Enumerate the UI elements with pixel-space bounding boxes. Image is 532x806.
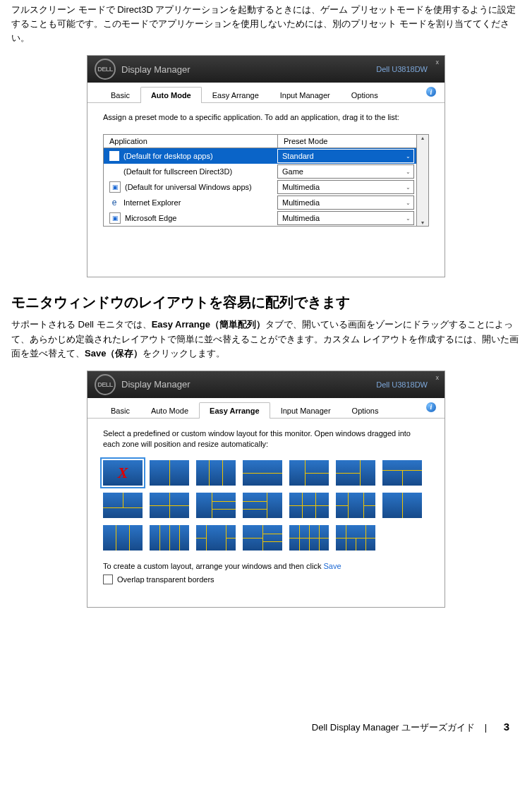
tab-basic[interactable]: Basic (100, 87, 140, 103)
tab-input-manager[interactable]: Input Manager (270, 402, 341, 419)
layout-2x3[interactable] (243, 525, 282, 551)
easyarrange-footnote: To create a custom layout, arrange your … (103, 562, 429, 570)
windows-app-icon: ▣ (109, 181, 121, 193)
layout-3col[interactable] (196, 460, 236, 486)
layout-2col[interactable] (150, 460, 189, 486)
overlap-label: Overlap transparent borders (117, 575, 214, 584)
p2-easy-arrange: Easy Arrange（簡単配列） (152, 319, 265, 330)
page-number: 3 (504, 721, 509, 733)
dell-logo-icon: DELL (95, 59, 116, 80)
automode-table: Application Preset Mode (Default for des… (103, 134, 417, 227)
preset-value: Multimedia (282, 214, 320, 222)
automode-intro: Assign a preset mode to a specific appli… (103, 113, 429, 121)
tab-options[interactable]: Options (341, 402, 389, 419)
layout-left-stack[interactable] (289, 460, 329, 486)
col-application: Application (104, 135, 278, 148)
layout-mixed[interactable] (336, 525, 375, 551)
layout-right-quad[interactable] (243, 493, 282, 518)
ie-icon: e (109, 198, 119, 207)
app-name: (Default for fullscreen Direct3D) (123, 167, 232, 176)
footnote-pre: To create a custom layout, arrange your … (103, 562, 321, 570)
save-link[interactable]: Save (323, 562, 341, 570)
layout-right-stack[interactable] (336, 460, 375, 486)
easyarrange-body: Select a predefined or custom window lay… (87, 419, 445, 607)
tab-options[interactable]: Options (341, 87, 389, 103)
intro-paragraph-2: サポートされる Dell モニタでは、Easy Arrange（簡単配列）タブで… (11, 318, 521, 360)
preset-value: Standard (282, 152, 314, 160)
chevron-down-icon: ⌄ (406, 153, 411, 160)
layout-grid: X (103, 460, 429, 551)
monitor-model: Dell U3818DW (376, 65, 428, 73)
preset-select[interactable]: Standard ⌄ (277, 149, 414, 163)
app-icon (109, 151, 119, 161)
app-name: (Default for desktop apps) (123, 152, 213, 160)
app-name: Internet Explorer (123, 198, 181, 207)
preset-select[interactable]: Game ⌄ (277, 164, 414, 179)
window-title: Display Manager (121, 379, 191, 390)
close-icon[interactable]: x (436, 374, 440, 381)
layout-none[interactable]: X (103, 460, 143, 486)
layout-3col-b[interactable] (103, 525, 143, 551)
p2-a: サポートされる Dell モニタでは、 (11, 319, 152, 330)
footer-sep: | (485, 722, 487, 733)
titlebar: DELL Display Manager Dell U3818DW x (87, 56, 445, 83)
monitor-model: Dell U3818DW (376, 380, 428, 389)
layout-top-stack[interactable] (382, 460, 422, 486)
layout-bottom-stack[interactable] (103, 493, 143, 518)
layout-eight[interactable] (289, 525, 329, 551)
layout-center-col[interactable] (336, 493, 375, 518)
layout-center-tall[interactable] (196, 525, 236, 551)
preset-select[interactable]: Multimedia ⌄ (277, 211, 414, 225)
table-row[interactable]: e Internet Explorer Multimedia ⌄ (104, 195, 416, 210)
checkbox-icon[interactable] (103, 575, 113, 584)
layout-2row[interactable] (243, 460, 282, 486)
overlap-checkbox-row[interactable]: Overlap transparent borders (103, 575, 429, 584)
chevron-down-icon: ⌄ (406, 169, 411, 175)
scroll-up-icon[interactable]: ▴ (421, 135, 424, 141)
tab-auto-mode[interactable]: Auto Mode (140, 87, 202, 103)
tab-input-manager[interactable]: Input Manager (270, 87, 341, 103)
col-preset-mode: Preset Mode (278, 135, 416, 148)
scroll-down-icon[interactable]: ▾ (421, 219, 424, 226)
layout-left-quad[interactable] (196, 493, 236, 518)
easyarrange-dialog-wrap: DELL Display Manager Dell U3818DW x Basi… (11, 371, 521, 608)
tab-easy-arrange[interactable]: Easy Arrange (199, 402, 270, 419)
section-heading: モニタウィンドウのレイアウトを容易に配列できます (11, 293, 521, 312)
preset-value: Multimedia (282, 198, 320, 207)
intro-paragraph-1: フルスクリーン モードで Direct3D アプリケーションを起動するときには、… (11, 3, 521, 45)
tabbar: Basic Auto Mode Easy Arrange Input Manag… (87, 83, 445, 103)
table-row[interactable]: ▣ (Default for universal Windows apps) M… (104, 179, 416, 195)
layout-4col[interactable] (150, 525, 189, 551)
tab-basic[interactable]: Basic (100, 402, 140, 419)
automode-table-head: Application Preset Mode (104, 135, 416, 148)
footer-title: Dell Display Manager ユーザーズガイド (312, 722, 475, 733)
table-row[interactable]: (Default for desktop apps) Standard ⌄ (104, 148, 416, 164)
automode-body: Assign a preset mode to a specific appli… (87, 103, 445, 277)
titlebar: DELL Display Manager Dell U3818DW x (87, 371, 445, 398)
preset-value: Multimedia (282, 183, 320, 191)
easyarrange-dialog: DELL Display Manager Dell U3818DW x Basi… (87, 371, 445, 608)
window-title: Display Manager (121, 64, 191, 75)
preset-select[interactable]: Multimedia ⌄ (277, 180, 414, 194)
table-row[interactable]: ▣ Microsoft Edge Multimedia ⌄ (104, 210, 416, 226)
info-icon[interactable]: i (426, 87, 436, 97)
table-row[interactable]: (Default for fullscreen Direct3D) Game ⌄ (104, 164, 416, 179)
automode-dialog: DELL Display Manager Dell U3818DW x Basi… (87, 55, 445, 277)
tabbar: Basic Auto Mode Easy Arrange Input Manag… (87, 398, 445, 419)
app-name: (Default for universal Windows apps) (125, 183, 252, 191)
layout-quad[interactable] (150, 493, 189, 518)
chevron-down-icon: ⌄ (406, 215, 411, 222)
scrollbar[interactable]: ▴ ▾ (417, 134, 429, 227)
chevron-down-icon: ⌄ (406, 200, 411, 206)
preset-value: Game (282, 167, 303, 176)
close-icon[interactable]: x (436, 59, 440, 66)
tab-easy-arrange[interactable]: Easy Arrange (202, 87, 270, 103)
tab-auto-mode[interactable]: Auto Mode (140, 402, 199, 419)
info-icon[interactable]: i (426, 402, 436, 412)
app-icon (109, 167, 119, 176)
layout-2col-b[interactable] (382, 493, 422, 518)
preset-select[interactable]: Multimedia ⌄ (277, 196, 414, 210)
layout-six[interactable] (289, 493, 329, 518)
p2-e: をクリックします。 (143, 348, 225, 359)
easyarrange-intro: Select a predefined or custom window lay… (103, 428, 429, 450)
